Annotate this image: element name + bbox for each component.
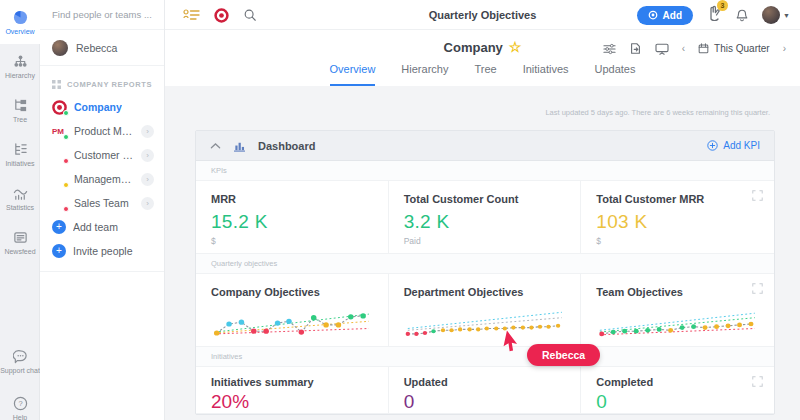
top-bar: Quarterly Objectives Add 3 ▼ [165,0,800,30]
rail-label: Support chat [0,367,40,374]
objectives-cards-row: Company Objectives Department Objectives… [196,274,774,347]
filter-sliders-icon[interactable] [603,43,616,55]
rail-label: Overview [5,28,34,35]
sidebar-item-management-team[interactable]: Management Team › [40,167,164,191]
presentation-icon[interactable] [655,43,669,55]
target-icon [648,10,658,20]
sidebar-user[interactable]: Rebecca [40,30,164,66]
initiatives-summary-card[interactable]: Initiatives summary 20% [196,367,389,413]
rail-label: Hierarchy [5,72,35,79]
hierarchy-icon [13,54,28,69]
sidebar-item-company[interactable]: Company [40,95,164,119]
celebrations-button[interactable]: 3 [706,5,722,25]
plus-icon: + [52,244,66,258]
last-updated-text: Last updated 5 days ago. There are 6 wee… [545,108,770,117]
user-name: Rebecca [76,42,117,54]
kpi-unit: $ [596,236,759,246]
tab-hierarchy[interactable]: Hierarchy [401,63,448,86]
rail-item-support-chat[interactable]: Support chat [0,336,40,386]
dashboard-panel-header[interactable]: Dashboard Add KPI [196,131,774,161]
add-team-button[interactable]: + Add team [40,215,164,239]
chevron-right-icon[interactable]: › [141,197,154,210]
main-content: Last updated 5 days ago. There are 6 wee… [165,86,800,420]
period-label: This Quarter [714,43,770,54]
kpis-section-label: KPIs [196,161,774,181]
kpi-card-mrr[interactable]: MRR 15.2 K $ [196,181,389,253]
sidebar-item-sales-team[interactable]: Sales Team › [40,191,164,215]
app-rail: Overview Hierarchy Tree Initiatives [0,0,40,420]
star-icon[interactable]: ☆ [509,39,522,55]
rail-item-hierarchy[interactable]: Hierarchy [0,44,40,88]
team-objectives-card[interactable]: Team Objectives [581,274,774,346]
team-sidebar: Rebecca COMPANY REPORTS Company PM Produ… [40,0,165,420]
expand-icon[interactable] [752,283,763,294]
rail-item-help[interactable]: ? Help [0,386,40,420]
rail-item-initiatives[interactable]: Initiatives [0,132,40,176]
initiative-value: 20% [211,391,373,413]
initiatives-updated-card[interactable]: Updated 0 [389,367,582,413]
status-dot [63,206,69,212]
rail-label: Statistics [6,204,34,211]
company-reports-header: COMPANY REPORTS [40,66,164,95]
objectives-card-title: Company Objectives [211,286,373,298]
notification-badge: 3 [717,0,728,11]
sidebar-item-product-management[interactable]: PM Product Managem... › [40,119,164,143]
export-icon[interactable] [629,42,642,55]
tab-overview[interactable]: Overview [330,63,376,86]
team-name: Customer Success [74,149,134,161]
newsfeed-icon [13,230,28,245]
bell-icon[interactable] [735,8,749,23]
team-avatar [52,196,67,211]
pie-chart-icon [13,10,28,25]
department-objectives-card[interactable]: Department Objectives [389,274,582,346]
initiatives-cards-row: Initiatives summary 20% Updated 0 Comple… [196,367,774,414]
rail-item-newsfeed[interactable]: Newsfeed [0,220,40,264]
kpi-title: Total Customer Count [404,193,566,205]
tab-tree[interactable]: Tree [474,63,496,86]
company-header: Company ☆ ‹ This Quarter › Overview [165,30,800,86]
chevron-right-icon[interactable]: › [141,173,154,186]
chevron-up-icon[interactable] [210,142,221,150]
rail-item-tree[interactable]: Tree [0,88,40,132]
invite-people-button[interactable]: + Invite people [40,239,164,263]
rail-item-overview[interactable]: Overview [0,0,40,44]
kpi-card-total-customer-mrr[interactable]: Total Customer MRR 103 K $ [581,181,774,253]
team-name: Management Team [74,173,134,185]
status-dot [63,110,69,116]
kpi-cards-row: MRR 15.2 K $ Total Customer Count 3.2 K … [196,181,774,254]
team-avatar [52,148,67,163]
team-name: Company [74,101,122,113]
add-button[interactable]: Add [637,6,693,25]
objectives-card-title: Team Objectives [596,286,759,298]
team-name: Sales Team [74,197,129,209]
kpi-title: MRR [211,193,373,205]
company-objectives-card[interactable]: Company Objectives [196,274,389,346]
help-icon: ? [13,396,28,411]
expand-icon[interactable] [752,376,763,387]
search-input[interactable] [52,9,152,20]
status-dot [63,182,69,188]
add-kpi-button[interactable]: Add KPI [707,140,760,151]
kpi-card-total-customer-count[interactable]: Total Customer Count 3.2 K Paid [389,181,582,253]
tab-updates[interactable]: Updates [595,63,636,86]
chevron-right-icon[interactable]: › [141,149,154,162]
sidebar-search[interactable] [40,0,164,30]
rail-item-statistics[interactable]: Statistics [0,176,40,220]
chevron-right-icon[interactable]: › [141,125,154,138]
initiatives-completed-card[interactable]: Completed 0 [581,367,774,413]
expand-icon[interactable] [752,190,763,201]
user-menu[interactable]: ▼ [762,6,790,24]
prev-period-button[interactable]: ‹ [682,43,685,54]
quarterly-objectives-section-label: Quarterly objectives [196,254,774,274]
tab-initiatives[interactable]: Initiatives [523,63,569,86]
next-period-button[interactable]: › [783,43,786,54]
calendar-icon [698,43,709,54]
sidebar-item-customer-success[interactable]: Customer Success › [40,143,164,167]
kpi-value: 3.2 K [404,211,566,233]
team-name: Product Managem... [74,125,134,137]
team-badge: PM [52,124,67,139]
period-selector[interactable]: This Quarter [698,43,770,54]
kpi-unit: $ [211,236,373,246]
bar-chart-icon [233,140,246,152]
rail-label: Tree [13,116,27,123]
